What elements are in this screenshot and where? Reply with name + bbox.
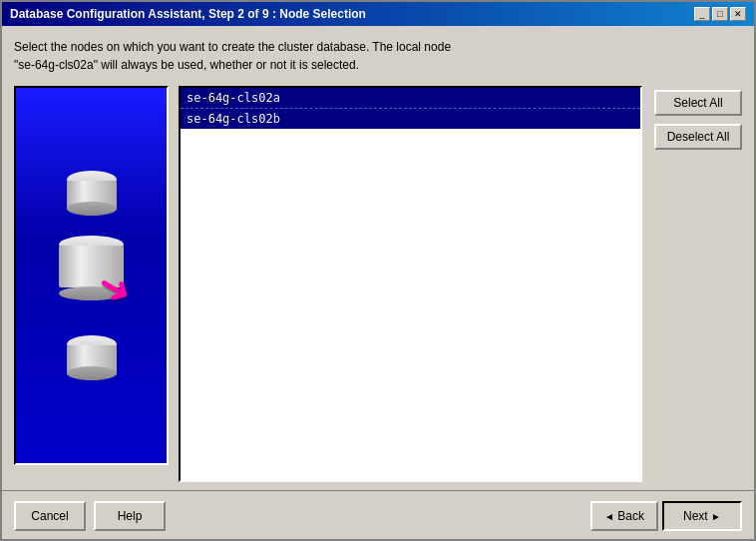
back-chevron-icon: ◄ xyxy=(604,511,614,522)
cylinder-middle: ➜ xyxy=(59,236,124,300)
description-line1: Select the nodes on which you want to cr… xyxy=(14,40,451,54)
right-panel: se-64g-cls02a se-64g-cls02b Select All D… xyxy=(179,86,742,482)
description-line2: "se-64g-cls02a" will always be used, whe… xyxy=(14,58,359,72)
next-button[interactable]: Next ► xyxy=(662,501,742,531)
node-list[interactable]: se-64g-cls02a se-64g-cls02b xyxy=(179,86,642,482)
main-row: ➜ se-64g-cls02a se-64g-cls02b xyxy=(14,86,742,482)
cylinder-bottom xyxy=(67,335,117,380)
content-area: Select the nodes on which you want to cr… xyxy=(2,26,754,490)
back-button[interactable]: ◄ Back xyxy=(590,501,658,531)
footer: Cancel Help ◄ Back Next ► xyxy=(2,490,754,539)
cancel-button[interactable]: Cancel xyxy=(14,501,86,531)
window-controls: _ □ ✕ xyxy=(694,7,746,21)
select-all-button[interactable]: Select All xyxy=(654,90,742,116)
minimize-button[interactable]: _ xyxy=(694,7,710,21)
help-button[interactable]: Help xyxy=(94,501,166,531)
image-panel: ➜ xyxy=(14,86,169,465)
window-title: Database Configuration Assistant, Step 2… xyxy=(10,7,366,21)
list-item[interactable]: se-64g-cls02b xyxy=(181,108,640,129)
main-window: Database Configuration Assistant, Step 2… xyxy=(0,0,756,541)
deselect-all-button[interactable]: Deselect All xyxy=(654,124,742,150)
next-chevron-icon: ► xyxy=(711,511,721,522)
cylinder-top xyxy=(67,171,117,216)
list-item[interactable]: se-64g-cls02a xyxy=(181,88,640,108)
description: Select the nodes on which you want to cr… xyxy=(14,38,742,74)
footer-left-buttons: Cancel Help xyxy=(14,501,166,531)
title-bar: Database Configuration Assistant, Step 2… xyxy=(2,2,754,26)
arrow-decoration: ➜ xyxy=(99,265,133,310)
cylinders-illustration: ➜ xyxy=(59,171,124,380)
maximize-button[interactable]: □ xyxy=(712,7,728,21)
selection-buttons: Select All Deselect All xyxy=(652,86,742,482)
footer-right-buttons: ◄ Back Next ► xyxy=(590,501,742,531)
close-button[interactable]: ✕ xyxy=(730,7,746,21)
